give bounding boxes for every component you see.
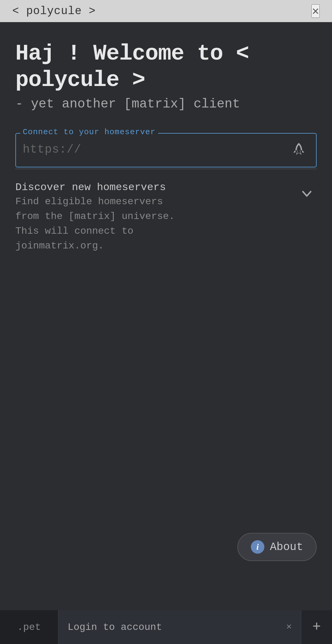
tab-plus-label: + [312, 619, 321, 635]
rocket-icon [291, 142, 307, 158]
app-title: < polycule > [12, 5, 96, 18]
bottom-tab-bar: .pet Login to account × + [0, 610, 332, 644]
welcome-subtitle: - yet another [matrix] client [15, 97, 317, 111]
welcome-heading: Haj ! Welcome to < polycule > [15, 41, 317, 94]
tab-add-button[interactable]: + [301, 610, 332, 644]
about-button[interactable]: i About [237, 533, 317, 561]
chevron-down-icon [300, 187, 314, 201]
tab-login[interactable]: Login to account × [58, 610, 301, 644]
info-icon: i [251, 540, 264, 554]
about-label: About [270, 541, 303, 553]
main-content: Haj ! Welcome to < polycule > - yet anot… [0, 22, 332, 610]
title-bar: < polycule > × [0, 0, 332, 22]
connect-group: Connect to your homeserver [15, 133, 317, 167]
discover-expand-button[interactable] [297, 184, 317, 205]
connect-label: Connect to your homeserver [20, 127, 158, 137]
discover-text: Discover new homeservers Find eligible h… [15, 181, 297, 253]
discover-body: Find eligible homeserversfrom the [matri… [15, 194, 297, 253]
connect-button[interactable] [288, 139, 309, 160]
discover-section: Discover new homeservers Find eligible h… [15, 181, 317, 253]
divider [15, 169, 317, 169]
tab-login-label: Login to account [68, 622, 162, 633]
tab-close-button[interactable]: × [286, 622, 292, 632]
connect-input-row [23, 139, 309, 160]
discover-title: Discover new homeservers [15, 181, 297, 193]
tab-pet[interactable]: .pet [0, 610, 58, 644]
close-button[interactable]: × [311, 4, 320, 18]
homeserver-input[interactable] [23, 143, 288, 156]
tab-pet-label: .pet [17, 622, 41, 633]
